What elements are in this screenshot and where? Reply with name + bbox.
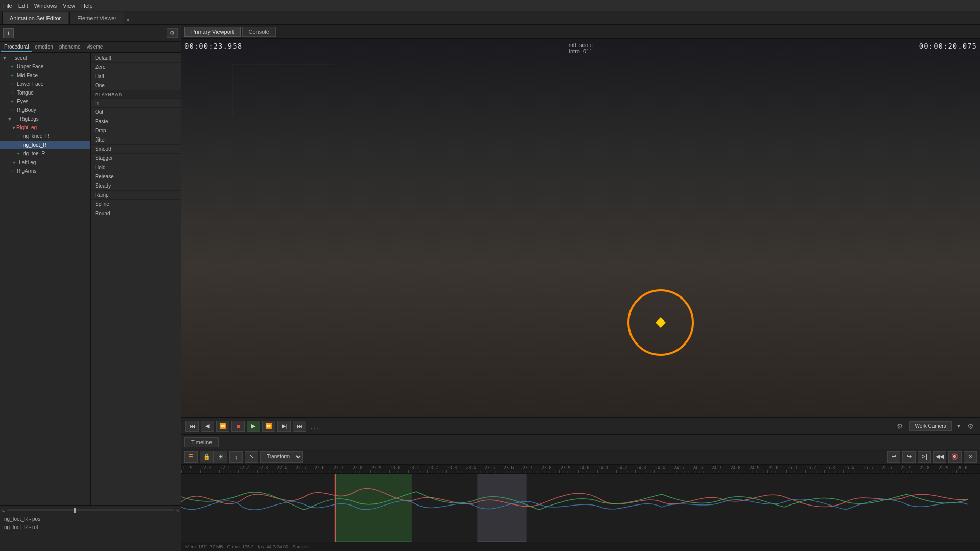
tab-console[interactable]: Console bbox=[242, 27, 276, 37]
svg-rect-63 bbox=[321, 471, 322, 473]
tree-item-rigarms[interactable]: + RigArms bbox=[0, 167, 90, 175]
tl-mode-group: 🔒 ⊞ bbox=[200, 451, 227, 463]
svg-rect-20 bbox=[185, 471, 185, 473]
tl-undo-btn[interactable]: ↩ bbox=[887, 451, 900, 463]
proc-item-hold[interactable]: Hold bbox=[91, 163, 181, 172]
tree-item-eyes[interactable]: + Eyes bbox=[0, 97, 90, 106]
viewport-canvas[interactable]: 00:00:23.958 mtt_scout intro_011 00:00:2… bbox=[181, 39, 980, 417]
transform-select[interactable]: Transform Position Rotation Scale bbox=[260, 451, 303, 463]
panel-settings-button[interactable]: ⚙ bbox=[167, 28, 178, 38]
playback-step-back[interactable]: ⏪ bbox=[216, 421, 229, 432]
tl-loop-btn[interactable]: ⊙ bbox=[964, 451, 977, 463]
tree-item-lower-face[interactable]: + Lower Face bbox=[0, 80, 90, 88]
proc-item-jitter[interactable]: Jitter bbox=[91, 135, 181, 145]
tree-item-riglegs[interactable]: ▼ RigLegs bbox=[0, 114, 90, 123]
proc-item-zero[interactable]: Zero bbox=[91, 63, 181, 72]
playback-end[interactable]: ⏭ bbox=[293, 421, 306, 432]
svg-text:23.7: 23.7 bbox=[523, 466, 532, 470]
svg-text:24.8: 24.8 bbox=[731, 466, 740, 470]
proc-item-one[interactable]: One bbox=[91, 81, 181, 90]
svg-rect-188 bbox=[714, 471, 715, 473]
svg-rect-136 bbox=[552, 471, 552, 473]
tree-item-mid-face[interactable]: + Mid Face bbox=[0, 71, 90, 80]
playback-step-fwd[interactable]: ⏩ bbox=[262, 421, 275, 432]
menu-edit[interactable]: Edit bbox=[18, 3, 28, 9]
tab-close[interactable]: × bbox=[126, 17, 130, 24]
proc-item-stagger[interactable]: Stagger bbox=[91, 154, 181, 163]
proc-item-drop[interactable]: Drop bbox=[91, 126, 181, 135]
tl-snap-btn[interactable]: ⊞ bbox=[214, 451, 227, 463]
pb-settings-icon[interactable]: ⚙ bbox=[897, 422, 903, 430]
proc-item-out[interactable]: Out bbox=[91, 108, 181, 117]
svg-rect-161 bbox=[632, 471, 632, 473]
proc-item-ramp[interactable]: Ramp bbox=[91, 191, 181, 200]
proc-item-round[interactable]: Round bbox=[91, 209, 181, 218]
timeline-ruler[interactable]: 21.922.022.122.222.322.422.522.622.722.8… bbox=[181, 465, 980, 474]
tl-redo-btn[interactable]: ↪ bbox=[902, 451, 916, 463]
proc-tab-viseme[interactable]: viseme bbox=[84, 42, 106, 52]
tree-root-scout[interactable]: ▼ scout bbox=[0, 54, 90, 62]
menu-help[interactable]: Help bbox=[81, 3, 93, 9]
camera-selector: ⚙ Work Camera ▼ ⚙ bbox=[897, 421, 976, 431]
tree-item-tongue[interactable]: + Tongue bbox=[0, 88, 90, 97]
tl-jump-end-btn[interactable]: ⊳| bbox=[918, 451, 931, 463]
proc-item-in[interactable]: In bbox=[91, 99, 181, 108]
svg-rect-51 bbox=[284, 471, 284, 473]
svg-rect-118 bbox=[495, 471, 496, 473]
tl-filter-btn[interactable]: ☰ bbox=[184, 451, 198, 463]
tree-item-upper-face[interactable]: + Upper Face bbox=[0, 62, 90, 71]
add-set-button[interactable]: + bbox=[3, 28, 14, 38]
proc-item-smooth[interactable]: Smooth bbox=[91, 145, 181, 154]
camera-dropdown-arrow[interactable]: ▼ bbox=[954, 423, 963, 429]
svg-rect-152 bbox=[601, 471, 601, 473]
tl-lock-btn[interactable]: 🔒 bbox=[200, 451, 214, 463]
proc-item-paste[interactable]: Paste bbox=[91, 117, 181, 126]
tab-animation-set-editor[interactable]: Animation Set Editor bbox=[2, 12, 68, 24]
timeline-tab[interactable]: Timeline bbox=[184, 437, 219, 447]
proc-item-release[interactable]: Release bbox=[91, 172, 181, 181]
tree-icon-plus: + bbox=[9, 107, 15, 113]
proc-item-steady[interactable]: Steady bbox=[91, 181, 181, 191]
tree-item-rig-knee-r[interactable]: + rig_knee_R bbox=[0, 132, 90, 141]
tab-element-viewer[interactable]: Element Viewer bbox=[69, 12, 124, 24]
svg-rect-59 bbox=[310, 471, 311, 473]
tab-primary-viewport[interactable]: Primary Viewport bbox=[184, 27, 241, 37]
proc-item-default[interactable]: Default bbox=[91, 54, 181, 63]
tree-item-rightleg[interactable]: ▼ RightLeg bbox=[0, 123, 90, 132]
proc-item-spline[interactable]: Spline bbox=[91, 200, 181, 209]
tree-item-rigbody[interactable]: + RigBody bbox=[0, 106, 90, 114]
track-scrubber[interactable] bbox=[74, 508, 76, 513]
playback-record[interactable]: ⏺ bbox=[231, 421, 245, 432]
svg-rect-151 bbox=[597, 470, 598, 473]
proc-section-playhead: Playhead bbox=[91, 90, 181, 99]
tl-size-btn[interactable]: ⤡ bbox=[245, 451, 258, 463]
work-camera-button[interactable]: Work Camera bbox=[909, 421, 952, 431]
left-split: ▼ scout + Upper Face + Mid Face + Lower … bbox=[0, 53, 181, 505]
proc-item-half[interactable]: Half bbox=[91, 72, 181, 81]
tl-mute-btn[interactable]: 🔇 bbox=[948, 451, 962, 463]
proc-tab-emotion[interactable]: emotion bbox=[32, 42, 56, 52]
svg-rect-182 bbox=[695, 471, 696, 473]
tree-item-rig-toe-r[interactable]: + rig_toe_R bbox=[0, 149, 90, 158]
playback-prev[interactable]: ◀ bbox=[201, 421, 214, 432]
svg-rect-47 bbox=[272, 471, 273, 473]
svg-rect-259 bbox=[938, 470, 938, 473]
tl-arrow-btn[interactable]: ↕ bbox=[229, 451, 243, 463]
svg-rect-85 bbox=[389, 470, 390, 473]
timeline-content[interactable] bbox=[181, 474, 980, 542]
camera-settings-icon[interactable]: ⚙ bbox=[965, 422, 976, 430]
svg-text:25.5: 25.5 bbox=[863, 466, 873, 470]
menu-file[interactable]: File bbox=[3, 3, 12, 9]
menu-view[interactable]: View bbox=[63, 3, 75, 9]
proc-tab-procedural[interactable]: Procedural bbox=[1, 42, 32, 52]
svg-rect-148 bbox=[590, 471, 590, 473]
playback-skip-start[interactable]: ⏮ bbox=[185, 421, 199, 432]
proc-tab-phoneme[interactable]: phoneme bbox=[56, 42, 84, 52]
tree-item-rig-foot-r[interactable]: + rig_foot_R bbox=[0, 141, 90, 149]
tl-rewind-btn[interactable]: ◀◀ bbox=[933, 451, 946, 463]
playback-play[interactable]: ▶ bbox=[247, 421, 260, 432]
tree-item-leftleg[interactable]: + LeftLeg bbox=[0, 158, 90, 167]
playback-next[interactable]: ▶| bbox=[277, 421, 291, 432]
menu-windows[interactable]: Windows bbox=[34, 3, 57, 9]
svg-rect-33 bbox=[227, 471, 227, 473]
